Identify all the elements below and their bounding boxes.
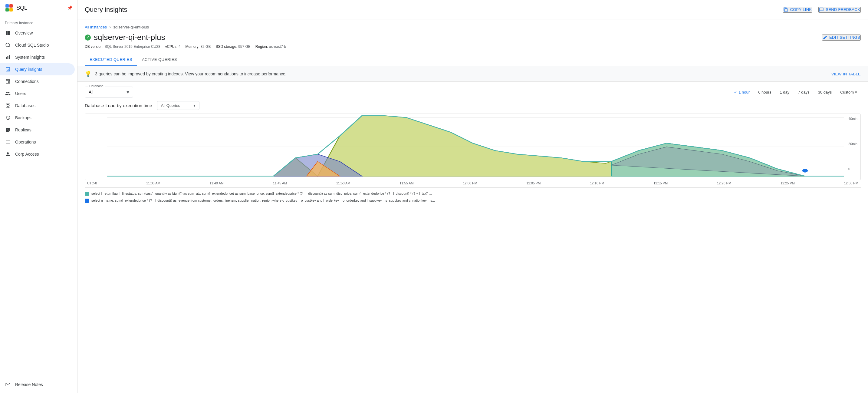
x-label-1220: 12:20 PM	[717, 181, 731, 185]
x-label-1205: 12:05 PM	[526, 181, 540, 185]
chart-dot	[802, 169, 808, 173]
query-type-arrow-icon: ▾	[193, 103, 195, 108]
breadcrumb: All instances › sqlserver-qi-ent-plus	[85, 24, 861, 30]
sidebar-item-backups[interactable]: Backups	[0, 112, 75, 124]
sidebar-item-replicas[interactable]: Replicas	[0, 124, 75, 136]
x-label-1210: 12:10 PM	[590, 181, 604, 185]
breadcrumb-separator: ›	[109, 24, 111, 30]
sidebar-item-label: Overview	[15, 31, 33, 35]
query-type-label: All Queries	[161, 103, 180, 108]
database-select-label: Database	[88, 84, 105, 88]
time-filter-label: 1 hour	[739, 90, 750, 94]
svg-rect-5	[8, 31, 10, 33]
database-select-arrow: ▾	[126, 89, 129, 95]
custom-arrow-icon: ▾	[855, 90, 857, 94]
x-label-1155: 11:55 AM	[400, 181, 413, 185]
custom-label: Custom	[840, 90, 854, 94]
sidebar-bottom: Release Notes	[0, 376, 77, 393]
sidebar-item-query-insights[interactable]: Query insights	[0, 63, 75, 75]
content-area: All instances › sqlserver-qi-ent-plus ✓ …	[78, 19, 868, 393]
system-insights-icon	[5, 54, 11, 60]
sidebar-item-databases[interactable]: Databases	[0, 100, 75, 112]
legend-item-1: select l_returnflag, l_linestatus, sum(c…	[85, 190, 861, 197]
instance-title: ✓ sqlserver-qi-ent-plus	[85, 33, 165, 42]
sidebar-item-label: Operations	[15, 140, 36, 144]
users-icon	[5, 91, 11, 97]
svg-line-9	[9, 46, 10, 47]
memory-meta: Memory: 32 GB	[185, 44, 211, 49]
svg-rect-0	[5, 4, 9, 7]
banner-left: 💡 3 queries can be improved by creating …	[85, 70, 286, 77]
send-feedback-label: SEND FEEDBACK	[826, 7, 860, 12]
time-filter-1day[interactable]: 1 day	[776, 88, 793, 96]
database-select[interactable]: Database All ▾	[85, 87, 133, 97]
chart-legend: select l_returnflag, l_linestatus, sum(c…	[85, 187, 861, 207]
edit-settings-button[interactable]: EDIT SETTINGS	[822, 34, 861, 40]
breadcrumb-current: sqlserver-qi-ent-plus	[113, 25, 149, 29]
svg-rect-2	[5, 8, 9, 11]
overview-icon	[5, 30, 11, 36]
sidebar-item-label: System insights	[15, 55, 45, 60]
edit-settings-label: EDIT SETTINGS	[829, 35, 860, 40]
instance-header: All instances › sqlserver-qi-ent-plus ✓ …	[78, 19, 868, 49]
legend-text-1: select l_returnflag, l_linestatus, sum(c…	[91, 191, 432, 196]
sidebar-section-label: Primary instance	[0, 16, 77, 27]
sidebar-item-overview[interactable]: Overview	[0, 27, 75, 39]
x-label-1230: 12:30 PM	[844, 181, 858, 185]
sidebar-header: SQL 📌	[0, 0, 77, 16]
release-notes-icon	[5, 382, 11, 388]
sidebar-item-label: Corp Access	[15, 152, 39, 156]
sidebar-item-users[interactable]: Users	[0, 88, 75, 100]
x-label-utc: UTC-8	[87, 181, 97, 185]
sidebar-item-label: Backups	[15, 115, 31, 120]
legend-color-1	[85, 192, 89, 196]
page-title: Query insights	[85, 6, 783, 13]
chart-svg	[85, 114, 861, 180]
svg-point-8	[6, 43, 9, 47]
chart-x-labels: UTC-8 11:35 AM 11:40 AM 11:45 AM 11:50 A…	[85, 180, 861, 185]
sidebar-item-corp-access[interactable]: Corp Access	[0, 148, 75, 160]
send-feedback-button[interactable]: SEND FEEDBACK	[818, 7, 861, 13]
replicas-icon	[5, 127, 11, 133]
time-filter-6hours[interactable]: 6 hours	[754, 88, 775, 96]
filter-row: Database All ▾ ✓ 1 hour 6 hours 1 day 7 …	[78, 82, 868, 101]
time-filter-1hour[interactable]: ✓ 1 hour	[730, 88, 753, 96]
query-type-select[interactable]: All Queries ▾	[157, 101, 199, 110]
vcpus-meta: vCPUs: 4	[165, 44, 181, 49]
view-in-table-button[interactable]: VIEW IN TABLE	[831, 72, 861, 76]
all-instances-link[interactable]: All instances	[85, 25, 107, 29]
sidebar-item-connections[interactable]: Connections	[0, 75, 75, 88]
tab-executed-queries[interactable]: EXECUTED QUERIES	[85, 54, 137, 66]
instance-meta: DB version: SQL Server 2019 Enterprise C…	[85, 44, 861, 49]
sidebar-item-label: Users	[15, 91, 26, 96]
tab-active-queries[interactable]: ACTIVE QUERIES	[137, 54, 182, 66]
sidebar-item-label: Connections	[15, 79, 39, 84]
region-meta: Region: us-east7-b	[255, 44, 286, 49]
time-filter-custom[interactable]: Custom ▾	[837, 88, 861, 96]
sidebar-item-system-insights[interactable]: System insights	[0, 51, 75, 63]
pin-icon[interactable]: 📌	[67, 5, 72, 10]
svg-rect-12	[9, 55, 10, 59]
time-filter-30days[interactable]: 30 days	[814, 88, 836, 96]
copy-link-label: COPY LINK	[790, 7, 812, 12]
time-filters: ✓ 1 hour 6 hours 1 day 7 days 30 days Cu…	[730, 88, 861, 96]
svg-rect-4	[6, 31, 7, 33]
sidebar-item-operations[interactable]: Operations	[0, 136, 75, 148]
main-content: Query insights COPY LINK SEND FEEDBACK A…	[78, 0, 868, 393]
chart-container: 40min 20min 0	[85, 114, 861, 180]
svg-rect-7	[8, 33, 10, 35]
checkmark-icon: ✓	[734, 90, 737, 94]
connections-icon	[5, 79, 11, 85]
sidebar-item-release-notes[interactable]: Release Notes	[0, 379, 75, 391]
legend-color-2	[85, 199, 89, 203]
sidebar-nav: Overview Cloud SQL Studio System insight…	[0, 27, 77, 160]
time-filter-7days[interactable]: 7 days	[794, 88, 813, 96]
info-banner: 💡 3 queries can be improved by creating …	[78, 66, 868, 82]
corp-access-icon	[5, 151, 11, 157]
copy-link-button[interactable]: COPY LINK	[783, 7, 812, 13]
x-label-1215: 12:15 PM	[653, 181, 668, 185]
x-label-1200: 12:00 PM	[463, 181, 477, 185]
sidebar-item-label: Databases	[15, 103, 35, 108]
operations-icon	[5, 139, 11, 145]
sidebar-item-cloud-sql-studio[interactable]: Cloud SQL Studio	[0, 39, 75, 51]
